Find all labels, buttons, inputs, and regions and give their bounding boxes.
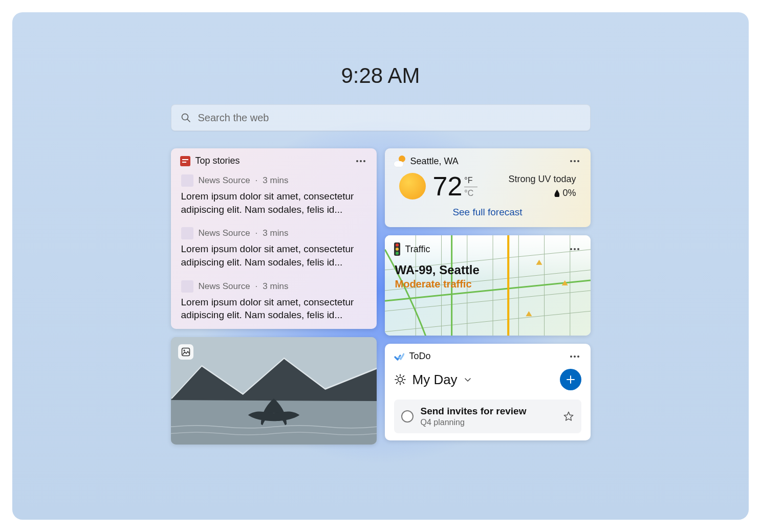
todo-list-selector[interactable]: My Day [394, 372, 472, 388]
svg-marker-24 [526, 311, 532, 316]
story-thumbnail [181, 174, 193, 187]
story-thumbnail [181, 227, 193, 239]
story-age: 3 mins [263, 228, 288, 238]
search-icon [181, 113, 191, 123]
plus-icon [566, 374, 576, 385]
svg-line-30 [396, 376, 397, 377]
news-icon [180, 156, 190, 166]
weather-precip: 0% [562, 188, 576, 198]
photos-widget[interactable] [171, 337, 377, 445]
todo-icon [394, 351, 404, 362]
search-bar[interactable] [171, 104, 591, 131]
story-headline: Lorem ipsum dolor sit amet, consectetur … [181, 242, 366, 269]
photo-image [171, 337, 377, 445]
svg-line-33 [403, 376, 404, 377]
widgets-board: 9:28 AM Top stories News Source · [12, 12, 749, 520]
weather-more-button[interactable] [568, 156, 581, 166]
photos-icon [178, 344, 193, 360]
droplet-icon [554, 190, 559, 197]
clock: 9:28 AM [12, 63, 749, 88]
weather-icon [394, 156, 405, 167]
todo-widget[interactable]: ToDo [385, 344, 591, 440]
svg-line-32 [396, 382, 397, 383]
story-item[interactable]: News Source · 3 mins Lorem ipsum dolor s… [171, 276, 377, 329]
story-age: 3 mins [263, 175, 288, 186]
see-full-forecast-link[interactable]: See full forecast [385, 203, 591, 227]
top-stories-more-button[interactable] [354, 156, 367, 166]
add-task-button[interactable] [560, 369, 581, 390]
top-stories-title: Top stories [195, 156, 354, 166]
story-source: News Source [199, 175, 250, 186]
task-item[interactable]: Send invites for review Q4 planning [394, 400, 581, 433]
traffic-title: Traffic [405, 244, 568, 255]
task-subtitle: Q4 planning [421, 418, 556, 427]
sun-icon [399, 173, 426, 199]
top-stories-widget[interactable]: Top stories News Source · 3 mins Lorem i… [171, 148, 377, 329]
story-headline: Lorem ipsum dolor sit amet, consectetur … [181, 296, 366, 322]
search-input[interactable] [198, 112, 581, 124]
task-complete-toggle[interactable] [401, 410, 414, 423]
story-item[interactable]: News Source · 3 mins Lorem ipsum dolor s… [171, 223, 377, 276]
story-source: News Source [199, 228, 250, 238]
weather-location: Seattle, WA [410, 156, 568, 167]
traffic-more-button[interactable] [568, 244, 581, 254]
story-source: News Source [199, 281, 250, 292]
story-headline: Lorem ipsum dolor sit amet, consectetur … [181, 190, 366, 216]
svg-line-1 [187, 119, 190, 122]
weather-temperature: 72 [433, 173, 463, 199]
todo-title: ToDo [409, 351, 568, 362]
todo-more-button[interactable] [568, 351, 581, 362]
traffic-status: Moderate traffic [395, 278, 580, 290]
story-age: 3 mins [263, 281, 288, 292]
story-item[interactable]: News Source · 3 mins Lorem ipsum dolor s… [171, 170, 377, 223]
traffic-route: WA-99, Seattle [395, 263, 580, 277]
todo-list-name: My Day [412, 372, 458, 388]
svg-point-7 [183, 349, 185, 351]
svg-point-25 [398, 378, 402, 382]
chevron-down-icon [464, 375, 472, 384]
traffic-light-icon [394, 242, 400, 256]
traffic-widget[interactable]: Traffic WA-99, Seattle Moderate traffic [385, 235, 591, 336]
svg-line-31 [403, 382, 404, 383]
temperature-unit-toggle[interactable]: °F °C [464, 173, 477, 198]
weather-alert: Strong UV today [508, 174, 576, 185]
task-title: Send invites for review [421, 406, 556, 417]
story-thumbnail [181, 280, 193, 293]
star-icon[interactable] [563, 411, 574, 422]
sun-outline-icon [394, 373, 406, 386]
weather-widget[interactable]: Seattle, WA 72 °F °C [385, 148, 591, 227]
